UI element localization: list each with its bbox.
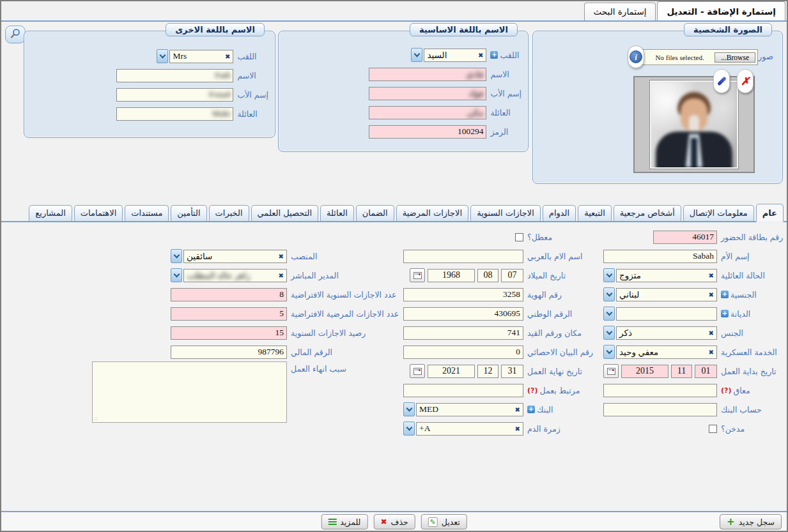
tab-التأمين[interactable]: التأمين: [171, 205, 206, 221]
gender-field[interactable]: ✖ذكر: [616, 326, 717, 340]
delete-button[interactable]: حذف ✖: [373, 514, 415, 529]
plus-icon[interactable]: +: [721, 310, 729, 317]
photo-file-input[interactable]: No files selected. Browse...: [635, 49, 758, 65]
calendar-icon[interactable]: [410, 364, 425, 378]
tab-التحصيل العلمي[interactable]: التحصيل العلمي: [251, 205, 319, 221]
edit-button[interactable]: تعديل ✎: [421, 514, 467, 529]
chevron-down-icon[interactable]: [603, 287, 615, 301]
default-annual-leaves-input[interactable]: 8: [171, 288, 287, 301]
calendar-icon[interactable]: [410, 268, 425, 282]
birth-date-day[interactable]: 07: [501, 269, 523, 282]
direct-manager-field[interactable]: ✖زاهر خالد المطلب: [183, 269, 287, 282]
smoker-checkbox[interactable]: [709, 425, 717, 433]
chevron-down-icon[interactable]: [603, 307, 615, 321]
chevron-down-icon[interactable]: [157, 49, 168, 63]
code-input[interactable]: 100294: [369, 125, 486, 139]
tab-معلومات الإتصال[interactable]: معلومات الإتصال: [683, 205, 754, 221]
bank-account-input[interactable]: [603, 403, 717, 416]
new-record-button[interactable]: سجل جديد +: [720, 514, 782, 529]
family-name-other-input[interactable]: Maki: [116, 107, 233, 121]
linked-to-work-input[interactable]: [403, 384, 523, 397]
chevron-down-icon[interactable]: [603, 326, 615, 340]
plus-icon[interactable]: +: [527, 406, 535, 413]
tab-مستندات[interactable]: مستندات: [125, 205, 169, 221]
national-number-input[interactable]: 430695: [403, 307, 523, 321]
registry-place-number-input[interactable]: 741: [403, 326, 523, 340]
military-service-field[interactable]: ✖معفي وحيد: [616, 346, 717, 359]
disabled-input[interactable]: [603, 384, 717, 397]
title-other-field[interactable]: ✖Mrs: [169, 50, 233, 63]
edit-photo-button[interactable]: [713, 69, 730, 93]
financial-number-input[interactable]: 987796: [171, 346, 287, 359]
blood-type-field[interactable]: ✖A+: [416, 422, 523, 436]
clear-x-icon[interactable]: ✖: [515, 425, 520, 432]
tab-search-form[interactable]: إستمارة البحث: [584, 3, 656, 20]
magnifier-button[interactable]: [5, 26, 26, 43]
father-name-primary-input[interactable]: فؤاد: [369, 87, 486, 100]
chevron-down-icon[interactable]: [603, 268, 615, 282]
birth-date-month[interactable]: 08: [477, 269, 498, 282]
work-end-date-month[interactable]: 12: [477, 365, 498, 378]
tab-الاجازات السنوية[interactable]: الاجازات السنوية: [470, 205, 541, 221]
calendar-icon[interactable]: [603, 364, 619, 378]
mother-name-arabic-input[interactable]: [403, 250, 523, 263]
clear-x-icon[interactable]: ✖: [709, 291, 714, 298]
chevron-down-icon[interactable]: [403, 402, 415, 416]
marital-status-field[interactable]: ✖متزوج: [616, 269, 717, 282]
mother-name-input[interactable]: Sabah: [603, 250, 717, 263]
work-end-date-day[interactable]: 31: [501, 365, 523, 378]
chevron-down-icon[interactable]: [171, 268, 182, 282]
clear-x-icon[interactable]: ✖: [709, 272, 714, 279]
first-name-other-input[interactable]: Fadi: [116, 69, 233, 82]
tab-التبعية[interactable]: التبعية: [578, 205, 612, 221]
clear-x-icon[interactable]: ✖: [709, 349, 714, 356]
delete-photo-button[interactable]: ✗: [737, 69, 753, 93]
tab-add-edit-form[interactable]: إستمارة الإضافة - التعديل: [657, 1, 785, 20]
bank-account-label: حساب البنك: [721, 405, 762, 414]
clear-x-icon[interactable]: ✖: [279, 272, 284, 279]
title-primary-field[interactable]: ✖السيد: [424, 49, 486, 62]
work-start-date-month[interactable]: 11: [671, 365, 692, 378]
bank-field[interactable]: ✖MED: [416, 403, 523, 416]
chevron-down-icon[interactable]: [171, 249, 182, 263]
browse-button[interactable]: Browse...: [715, 52, 755, 63]
tab-الاهتمامات[interactable]: الاهتمامات: [74, 205, 123, 221]
position-field[interactable]: ✖سائقين: [183, 250, 287, 263]
work-start-date-year[interactable]: 2015: [621, 365, 668, 378]
statistical-statement-number-input[interactable]: 0: [403, 346, 523, 359]
tab-الضمان[interactable]: الضمان: [356, 205, 394, 221]
clear-x-icon[interactable]: ✖: [709, 330, 714, 337]
photo-info-badge[interactable]: i: [628, 45, 644, 68]
tab-الدوام[interactable]: الدوام: [543, 205, 576, 221]
default-sick-leaves-input[interactable]: 5: [171, 307, 287, 321]
chevron-down-icon[interactable]: [403, 422, 415, 436]
chevron-down-icon[interactable]: [603, 345, 615, 359]
clear-x-icon[interactable]: ✖: [478, 52, 483, 59]
clear-x-icon[interactable]: ✖: [515, 406, 520, 413]
work-start-date-day[interactable]: 01: [695, 365, 717, 378]
tab-الاجازات المرضية[interactable]: الاجازات المرضية: [396, 205, 468, 221]
plus-icon[interactable]: +: [490, 51, 498, 59]
more-button[interactable]: للمزيد: [321, 514, 367, 529]
annual-leaves-balance-input[interactable]: 15: [171, 326, 287, 340]
plus-icon[interactable]: +: [721, 291, 729, 298]
tab-عام[interactable]: عام: [756, 204, 784, 222]
tab-الخبرات[interactable]: الخبرات: [209, 205, 249, 221]
family-name-primary-input[interactable]: مكي: [369, 106, 486, 119]
attendance-card-number-input[interactable]: 46017: [653, 231, 717, 244]
identity-number-input[interactable]: 3258: [403, 288, 523, 301]
birth-date-year[interactable]: 1968: [428, 269, 475, 282]
work-end-date-year[interactable]: 2021: [428, 365, 475, 378]
tab-المشاريع[interactable]: المشاريع: [29, 205, 72, 221]
tab-العائلة[interactable]: العائلة: [320, 205, 354, 221]
father-name-other-input[interactable]: Fouad: [116, 88, 233, 102]
inactive-checkbox[interactable]: [515, 233, 523, 241]
work-termination-reason-textarea[interactable]: [92, 361, 287, 423]
first-name-primary-input[interactable]: فادي: [369, 68, 486, 81]
clear-x-icon[interactable]: ✖: [279, 253, 284, 260]
religion-field[interactable]: [616, 307, 717, 321]
nationality-field[interactable]: ✖لبناني: [616, 288, 717, 301]
tab-أشخاص مرجعية[interactable]: أشخاص مرجعية: [614, 205, 681, 221]
clear-x-icon[interactable]: ✖: [225, 53, 230, 60]
chevron-down-icon[interactable]: [411, 48, 422, 62]
